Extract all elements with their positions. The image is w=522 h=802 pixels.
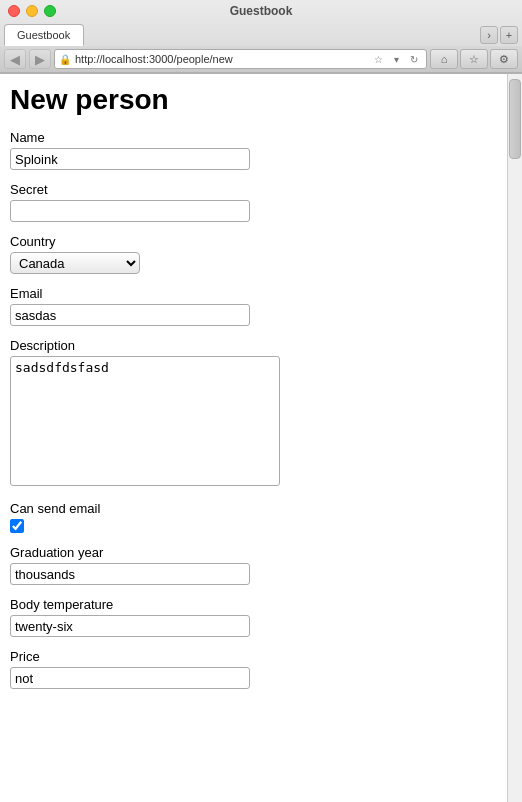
url-text: http://localhost:3000/people/new <box>75 53 366 65</box>
name-field-group: Name <box>10 130 497 170</box>
description-textarea[interactable]: sadsdfdsfasd <box>10 356 280 486</box>
scrollbar[interactable] <box>507 74 522 802</box>
tab-bar: Guestbook › + <box>0 22 522 46</box>
home-icon: ⌂ <box>441 53 448 65</box>
email-input[interactable] <box>10 304 250 326</box>
description-label: Description <box>10 338 497 353</box>
minimize-button[interactable] <box>26 5 38 17</box>
address-icons: ☆ ▾ ↻ <box>370 51 422 67</box>
new-tab-button[interactable]: + <box>500 26 518 44</box>
close-button[interactable] <box>8 5 20 17</box>
can-send-email-checkbox-group <box>10 519 497 533</box>
puzzle-icon: ☆ <box>469 53 479 66</box>
window-chrome: Guestbook Guestbook › + ◀ ▶ 🔒 http://loc… <box>0 0 522 74</box>
maximize-button[interactable] <box>44 5 56 17</box>
plus-icon: + <box>506 29 512 41</box>
forward-icon: ▶ <box>35 52 45 67</box>
can-send-email-field-group: Can send email <box>10 501 497 533</box>
content-area: New person Name Secret Country Canada US… <box>0 74 522 802</box>
description-field-group: Description sadsdfdsfasd <box>10 338 497 489</box>
reload-icon[interactable]: ↻ <box>406 51 422 67</box>
address-field[interactable]: 🔒 http://localhost:3000/people/new ☆ ▾ ↻ <box>54 49 427 69</box>
secret-field-group: Secret <box>10 182 497 222</box>
scrollbar-track[interactable] <box>508 74 522 802</box>
scrollbar-thumb[interactable] <box>509 79 521 159</box>
gear-icon: ⚙ <box>499 53 509 66</box>
price-input[interactable] <box>10 667 250 689</box>
can-send-email-checkbox[interactable] <box>10 519 24 533</box>
chevron-icon: › <box>487 29 491 41</box>
tab-bar-extras: › + <box>480 26 518 44</box>
secret-input[interactable] <box>10 200 250 222</box>
body-temperature-label: Body temperature <box>10 597 497 612</box>
window-buttons <box>8 5 56 17</box>
graduation-year-field-group: Graduation year <box>10 545 497 585</box>
body-temperature-field-group: Body temperature <box>10 597 497 637</box>
extensions-button[interactable]: ☆ <box>460 49 488 69</box>
name-label: Name <box>10 130 497 145</box>
active-tab[interactable]: Guestbook <box>4 24 84 46</box>
dropdown-icon[interactable]: ▾ <box>388 51 404 67</box>
page-title: New person <box>10 84 497 116</box>
forward-button[interactable]: ▶ <box>29 49 51 69</box>
page-content: New person Name Secret Country Canada US… <box>0 74 507 802</box>
secret-label: Secret <box>10 182 497 197</box>
title-bar: Guestbook <box>0 0 522 22</box>
window-title: Guestbook <box>230 4 293 18</box>
country-label: Country <box>10 234 497 249</box>
right-nav-buttons: ⌂ ☆ ⚙ <box>430 49 518 69</box>
tab-label: Guestbook <box>17 29 70 41</box>
back-button[interactable]: ◀ <box>4 49 26 69</box>
graduation-year-input[interactable] <box>10 563 250 585</box>
star-icon[interactable]: ☆ <box>370 51 386 67</box>
address-bar: ◀ ▶ 🔒 http://localhost:3000/people/new ☆… <box>0 46 522 73</box>
can-send-email-label: Can send email <box>10 501 497 516</box>
tab-chevron-button[interactable]: › <box>480 26 498 44</box>
country-field-group: Country Canada USA UK Australia <box>10 234 497 274</box>
menu-button[interactable]: ⚙ <box>490 49 518 69</box>
price-field-group: Price <box>10 649 497 689</box>
country-select[interactable]: Canada USA UK Australia <box>10 252 140 274</box>
home-button[interactable]: ⌂ <box>430 49 458 69</box>
name-input[interactable] <box>10 148 250 170</box>
body-temperature-input[interactable] <box>10 615 250 637</box>
email-label: Email <box>10 286 497 301</box>
price-label: Price <box>10 649 497 664</box>
email-field-group: Email <box>10 286 497 326</box>
lock-icon: 🔒 <box>59 54 71 65</box>
back-icon: ◀ <box>10 52 20 67</box>
graduation-year-label: Graduation year <box>10 545 497 560</box>
